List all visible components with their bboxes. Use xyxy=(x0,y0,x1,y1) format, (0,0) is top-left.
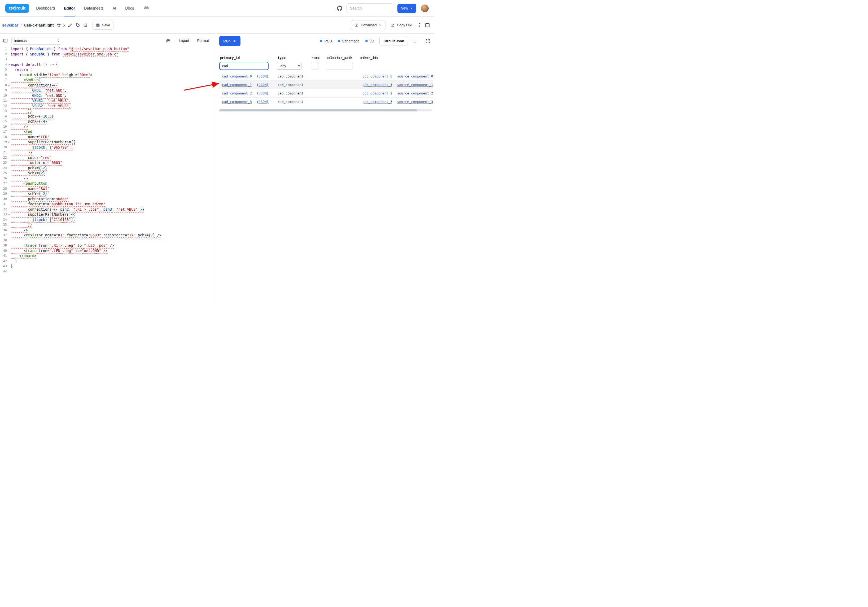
selector-path-filter-input[interactable] xyxy=(326,62,353,70)
file-sidebar-toggle-icon[interactable] xyxy=(3,38,8,43)
nav-item-ai[interactable]: AI xyxy=(112,0,116,16)
code-line[interactable]: 29 schY={-2} xyxy=(0,191,216,197)
code-line[interactable]: 40 <trace from=".LED .neg" to="net.GND" … xyxy=(0,248,216,254)
format-button[interactable]: Format xyxy=(197,39,209,43)
fold-chevron-icon[interactable] xyxy=(7,214,11,215)
other-id-link[interactable]: pcb_component_3 xyxy=(363,100,392,104)
import-button[interactable]: Import xyxy=(179,39,189,43)
code-line[interactable]: 1import { PushButton } from "@tsci/sevei… xyxy=(0,47,216,52)
primary-id-link[interactable]: cad_component_3 xyxy=(222,100,252,104)
fold-chevron-icon[interactable] xyxy=(7,85,11,86)
code-line[interactable]: 23 footprint="0603" xyxy=(0,160,216,166)
code-line[interactable]: 12 VBUS2: "net.VBUS", xyxy=(0,104,216,109)
view-tab-pcb[interactable]: PCB xyxy=(320,39,332,43)
code-line[interactable]: 30 pcbRotation="90deg" xyxy=(0,197,216,202)
code-line[interactable]: 13 }} xyxy=(0,109,216,114)
code-line[interactable]: 9 GND1: "net.GND", xyxy=(0,88,216,93)
code-line[interactable]: 25 schY={2} xyxy=(0,171,216,176)
code-line[interactable]: 19 supplierPartNumbers={{ xyxy=(0,140,216,145)
json-link[interactable]: (JSON) xyxy=(257,100,268,104)
other-id-link[interactable]: source_component_2 xyxy=(397,91,433,95)
save-button[interactable]: Save xyxy=(93,21,114,30)
other-id-link[interactable]: source_component_0 xyxy=(397,74,433,78)
other-id-link[interactable]: pcb_component_1 xyxy=(363,83,392,87)
code-line[interactable]: 33 supplierPartNumbers={{ xyxy=(0,212,216,217)
file-select[interactable]: index.ts xyxy=(11,37,62,45)
other-id-link[interactable]: pcb_component_0 xyxy=(363,74,392,78)
run-button[interactable]: Run xyxy=(219,36,240,46)
code-line[interactable]: 17 <led xyxy=(0,129,216,135)
code-line[interactable]: 5 return ( xyxy=(0,67,216,73)
primary-id-link[interactable]: cad_component_1 xyxy=(222,83,252,87)
code-line[interactable]: 28 name="SW1" xyxy=(0,186,216,191)
fold-chevron-icon[interactable] xyxy=(7,142,11,143)
code-line[interactable]: 43} xyxy=(0,264,216,269)
github-icon[interactable] xyxy=(336,5,343,11)
nav-item-editor[interactable]: Editor xyxy=(64,0,75,16)
new-button[interactable]: New xyxy=(397,4,416,13)
code-line[interactable]: 3 xyxy=(0,57,216,62)
code-line[interactable]: 16 /> xyxy=(0,124,216,129)
name-filter-input[interactable] xyxy=(311,62,318,70)
horizontal-scrollbar[interactable] xyxy=(219,109,432,112)
code-line[interactable]: 18 name="LED" xyxy=(0,135,216,140)
code-line[interactable]: 24 pcbY={12} xyxy=(0,166,216,171)
nav-item-docs[interactable]: Docs xyxy=(125,0,134,16)
code-line[interactable]: 35 }} xyxy=(0,222,216,228)
view-tab-schematic[interactable]: Schematic xyxy=(338,39,359,43)
primary-id-link[interactable]: cad_component_2 xyxy=(222,91,252,95)
code-line[interactable]: 39 <trace from=".R1 > .neg" to=".LED .po… xyxy=(0,243,216,248)
code-line[interactable]: 7 <SmdUsbC xyxy=(0,78,216,83)
tag-icon[interactable] xyxy=(75,23,80,28)
other-id-link[interactable]: source_component_3 xyxy=(397,100,433,104)
code-line[interactable]: 20 jlcpcb: ["965799"], xyxy=(0,145,216,150)
json-link[interactable]: (JSON) xyxy=(257,91,268,95)
other-id-link[interactable]: pcb_component_2 xyxy=(363,91,392,95)
code-line[interactable]: 41 </board> xyxy=(0,253,216,259)
code-line[interactable]: 21 }} xyxy=(0,150,216,155)
eye-off-icon[interactable] xyxy=(165,38,171,43)
type-filter-select[interactable]: any xyxy=(277,62,301,70)
code-line[interactable]: 34 jlcpcb: ["C110153"], xyxy=(0,217,216,223)
logo[interactable]: tscircuit xyxy=(5,4,29,13)
breadcrumb-owner-link[interactable]: seveibar xyxy=(2,23,18,27)
json-link[interactable]: (JSON) xyxy=(257,83,268,87)
code-line[interactable]: 32 connections={{ pin2: ".R1 > .pos", pi… xyxy=(0,207,216,212)
nav-item-dashboard[interactable]: Dashboard xyxy=(36,0,55,16)
nav-item-datasheets[interactable]: Datasheets xyxy=(84,0,104,16)
code-line[interactable]: 22 color="red" xyxy=(0,155,216,160)
code-line[interactable]: 38 xyxy=(0,238,216,243)
scrollbar-thumb[interactable] xyxy=(219,109,417,112)
code-line[interactable]: 14 pcbY={-10.5} xyxy=(0,114,216,119)
view-tab-3d[interactable]: 3D xyxy=(365,39,374,43)
code-line[interactable]: 2import { SmdUsbC } from "@tsci/seveibar… xyxy=(0,52,216,57)
fullscreen-icon[interactable] xyxy=(425,38,431,44)
code-line[interactable]: 4export default () => { xyxy=(0,62,216,67)
code-line[interactable]: 11 VBUS1: "net.VBUS", xyxy=(0,98,216,104)
code-line[interactable]: 8 connections={{ xyxy=(0,83,216,88)
edit-pencil-icon[interactable] xyxy=(67,23,73,28)
share-icon[interactable] xyxy=(83,23,88,28)
code-line[interactable]: 6 <board width="12mm" height="30mm"> xyxy=(0,73,216,78)
code-line[interactable]: 44 xyxy=(0,269,216,274)
code-line[interactable]: 42 ) xyxy=(0,259,216,264)
avatar[interactable] xyxy=(421,5,429,12)
view-tab-circuit-json[interactable]: Circuit Json xyxy=(380,37,408,45)
kebab-menu-icon[interactable] xyxy=(418,22,421,28)
json-link[interactable]: (JSON) xyxy=(257,74,268,78)
code-line[interactable]: 37 <resistor name="R1" footprint="0603" … xyxy=(0,233,216,238)
code-line[interactable]: 26 /> xyxy=(0,176,216,181)
code-line[interactable]: 27 <pushbutton xyxy=(0,181,216,186)
more-options-button[interactable]: ... xyxy=(411,38,418,44)
primary-id-filter-input[interactable] xyxy=(219,62,268,70)
copy-url-button[interactable]: Copy URL xyxy=(389,20,415,30)
code-line[interactable]: 10 GND2: "net.GND", xyxy=(0,93,216,98)
star-icon[interactable] xyxy=(56,23,62,28)
discord-icon[interactable] xyxy=(143,6,150,11)
other-id-link[interactable]: source_component_1 xyxy=(397,83,433,87)
primary-id-link[interactable]: cad_component_0 xyxy=(222,74,252,78)
code-line[interactable]: 31 footprint="pushbutton_id1.3mm_od2mm" xyxy=(0,202,216,207)
panel-toggle-icon[interactable] xyxy=(425,22,430,28)
code-line[interactable]: 15 schX={-4} xyxy=(0,119,216,124)
search-input[interactable] xyxy=(347,3,393,13)
